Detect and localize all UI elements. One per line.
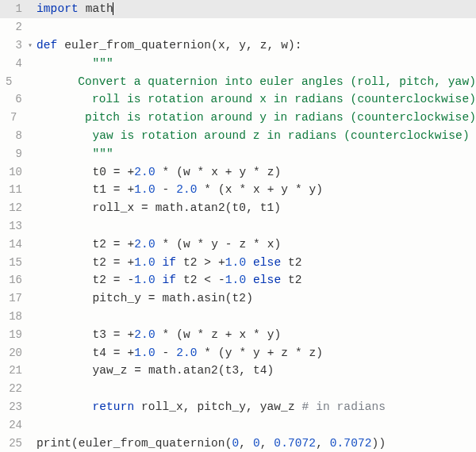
token-sp <box>190 238 198 251</box>
token-par: ) <box>274 201 281 214</box>
code-line[interactable]: 14 t2 = +2.0 * (w * y - z * x) <box>0 235 476 253</box>
token-sp <box>155 256 163 269</box>
token-par: ) <box>274 328 282 341</box>
token-id: x <box>239 328 246 341</box>
token-id: t1 <box>260 201 274 214</box>
token-sp <box>211 256 218 269</box>
code-line[interactable]: 21 yaw_z = math.atan2(t3, t4) <box>0 362 476 380</box>
code-content[interactable]: pitch is rotation around y in radians (c… <box>28 111 476 124</box>
token-sp <box>155 238 163 251</box>
code-content[interactable]: t2 = +2.0 * (w * y - z * x) <box>35 238 476 251</box>
token-sp <box>260 238 267 251</box>
code-content[interactable]: t0 = +2.0 * (w * x + y * z) <box>35 166 476 178</box>
line-number: 25 <box>0 437 25 450</box>
code-content[interactable]: pitch_y = math.asin(t2) <box>35 292 476 305</box>
code-content[interactable]: def euler_from_quaternion(x, y, z, w): <box>35 39 476 52</box>
token-op: * <box>295 347 302 359</box>
code-line[interactable]: 5 Convert a quaternion into euler angles… <box>0 72 476 90</box>
code-content[interactable]: Convert a quaternion into euler angles (… <box>21 75 476 88</box>
code-content[interactable]: t1 = +1.0 - 2.0 * (x * x + y * y) <box>35 183 476 196</box>
token-id: asin <box>198 292 225 305</box>
token-id: t3 <box>92 328 106 341</box>
token-op: , <box>246 201 260 214</box>
code-line[interactable]: 11 t1 = +1.0 - 2.0 * (x * x + y * y) <box>0 181 476 199</box>
code-line[interactable]: 15 t2 = +1.0 if t2 > +1.0 else t2 <box>0 253 476 271</box>
token-id: t1 <box>92 183 106 196</box>
code-line[interactable]: 3▾def euler_from_quaternion(x, y, z, w): <box>0 36 476 55</box>
code-line[interactable]: 24 <box>0 416 476 434</box>
code-line[interactable]: 9 """ <box>0 144 476 163</box>
token-id: t0 <box>232 201 247 214</box>
code-content[interactable]: yaw is rotation around z in radians (cou… <box>35 129 476 142</box>
token-num: 1.0 <box>134 256 155 269</box>
code-content[interactable]: """ <box>35 57 476 70</box>
token-op: > <box>204 256 211 269</box>
line-number: 21 <box>0 364 25 377</box>
token-kw: if <box>163 274 177 286</box>
token-id: yaw_z <box>260 400 295 413</box>
code-line[interactable]: 12 roll_x = math.atan2(t0, t1) <box>0 199 476 217</box>
token-op: * <box>253 238 260 251</box>
token-op: - <box>218 274 225 286</box>
token-bi: print <box>36 437 71 450</box>
line-number: 5 <box>0 75 15 88</box>
token-sp <box>204 328 211 341</box>
token-id: atan2 <box>190 201 225 214</box>
token-dot: . <box>190 292 198 305</box>
code-line[interactable]: 22 <box>0 380 476 398</box>
token-sp <box>36 274 92 286</box>
code-content[interactable]: roll is rotation around x in radians (co… <box>35 93 477 105</box>
token-id: w <box>183 238 190 251</box>
code-line[interactable]: 8 yaw is rotation around z in radians (c… <box>0 127 476 145</box>
token-num: 1.0 <box>134 274 155 286</box>
token-op: < <box>204 274 211 286</box>
code-content[interactable]: t4 = +1.0 - 2.0 * (y * y + z * z) <box>35 347 476 359</box>
code-line[interactable]: 4 """ <box>0 54 476 72</box>
code-content[interactable]: roll_x = math.atan2(t0, t1) <box>35 201 476 214</box>
token-sp <box>155 274 163 286</box>
fold-toggle-icon[interactable]: ▾ <box>25 40 35 50</box>
code-content[interactable]: t2 = -1.0 if t2 < -1.0 else t2 <box>35 274 476 286</box>
token-sp <box>246 347 253 359</box>
code-line[interactable]: 6 roll is rotation around x in radians (… <box>0 90 476 109</box>
code-line[interactable]: 2 <box>0 18 476 36</box>
token-sp <box>36 256 92 269</box>
token-sp <box>169 238 176 251</box>
code-line[interactable]: 16 t2 = -1.0 if t2 < -1.0 else t2 <box>0 271 476 289</box>
code-line[interactable]: 25print(euler_from_quaternion(0, 0, 0.70… <box>0 434 476 452</box>
code-content[interactable]: return roll_x, pitch_y, yaw_z # in radia… <box>35 400 476 413</box>
token-sp <box>169 166 176 178</box>
code-line[interactable]: 1import math <box>0 0 476 18</box>
token-sp <box>36 292 92 305</box>
token-sp <box>155 166 163 178</box>
code-line[interactable]: 20 t4 = +1.0 - 2.0 * (y * y + z * z) <box>0 343 476 362</box>
line-number: 3 <box>0 39 25 52</box>
token-id: t0 <box>92 166 106 178</box>
token-par: ( <box>176 328 183 341</box>
code-line[interactable]: 19 t3 = +2.0 * (w * z + x * y) <box>0 325 476 343</box>
token-sp <box>106 166 113 178</box>
token-sp <box>155 328 163 341</box>
code-content[interactable]: t3 = +2.0 * (w * z + x * y) <box>35 328 476 341</box>
code-line[interactable]: 17 pitch_y = math.asin(t2) <box>0 289 476 308</box>
code-content[interactable]: yaw_z = math.atan2(t3, t4) <box>35 364 476 377</box>
line-number: 1 <box>0 2 25 15</box>
token-par: ( <box>225 292 232 305</box>
token-id: y <box>239 39 246 52</box>
token-par: ) <box>246 292 253 305</box>
token-id: t2 <box>92 274 106 286</box>
code-editor[interactable]: 1import math23▾def euler_from_quaternion… <box>0 0 476 452</box>
token-id: x <box>253 183 260 196</box>
token-sp <box>36 93 92 105</box>
code-line[interactable]: 7 pitch is rotation around y in radians … <box>0 109 476 127</box>
code-content[interactable]: import math <box>35 2 476 15</box>
code-line[interactable]: 13 <box>0 217 476 236</box>
code-line[interactable]: 23 return roll_x, pitch_y, yaw_z # in ra… <box>0 398 476 416</box>
code-line[interactable]: 10 t0 = +2.0 * (w * x + y * z) <box>0 163 476 181</box>
code-content[interactable]: t2 = +1.0 if t2 > +1.0 else t2 <box>35 256 476 269</box>
token-num: 2.0 <box>176 347 197 359</box>
line-number: 18 <box>0 310 25 323</box>
code-line[interactable]: 18 <box>0 308 476 326</box>
code-content[interactable]: print(euler_from_quaternion(0, 0, 0.7072… <box>35 437 476 450</box>
code-content[interactable]: """ <box>35 147 476 160</box>
